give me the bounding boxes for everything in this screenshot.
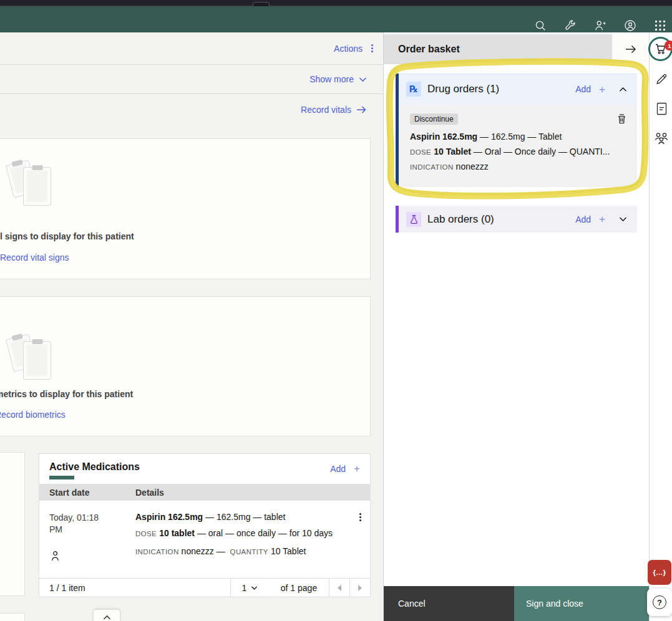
drug-orders-header: ℞ Drug orders (1) Add + (399, 74, 637, 104)
search-icon[interactable] (534, 19, 547, 32)
siderail: 1 {...} ? (649, 32, 672, 621)
cancel-button[interactable]: Cancel (384, 586, 514, 621)
record-vital-signs-link[interactable]: Record vital signs (0, 253, 69, 262)
next-page-button[interactable] (349, 579, 370, 597)
sign-and-close-button[interactable]: Sign and close (514, 586, 650, 621)
card-accent-bar (49, 476, 74, 479)
record-vitals-link[interactable]: Record vitals (301, 105, 351, 115)
cart-count-badge: 1 (665, 41, 672, 51)
rx-icon: ℞ (406, 82, 421, 97)
clipboard-illustration (8, 156, 58, 212)
table-pagination: 1 / 1 item 1 of 1 page (39, 578, 370, 597)
vitals-empty-message: l signs to display for this patient (0, 231, 134, 241)
patient-summary-column: Actions Show more Record vitals l signs … (0, 32, 383, 621)
care-team-icon[interactable] (653, 130, 670, 148)
row-overflow-menu-icon[interactable] (358, 512, 363, 522)
clipboard-illustration (8, 330, 58, 386)
vitals-empty-card: l signs to display for this patient Reco… (0, 138, 371, 279)
document-icon[interactable] (655, 102, 668, 118)
help-button[interactable]: ? (647, 589, 672, 616)
biometrics-empty-card: metrics to display for this patient Reco… (0, 296, 371, 436)
record-biometrics-link[interactable]: Record biometrics (0, 410, 66, 420)
pagination-items-count: 1 / 1 item (39, 583, 230, 593)
dev-code-button[interactable]: {...} (648, 560, 671, 585)
actions-button[interactable]: Actions (334, 44, 363, 54)
lab-flask-icon (406, 212, 421, 227)
actions-kebab-icon[interactable] (370, 43, 374, 54)
medication-details-cell: Aspirin 162.5mg — 162.5mg — tablet DOSE1… (135, 501, 348, 578)
order-basket-cart-icon[interactable]: 1 (648, 37, 672, 61)
order-action-tag: Discontinue (410, 113, 458, 125)
lab-orders-title: Lab orders (0) (427, 213, 575, 226)
add-lab-order-button[interactable]: Add + (575, 214, 605, 224)
page-number-select[interactable]: 1 (230, 579, 269, 597)
order-basket-panel: Order basket ℞ Drug orders (1) Add + Dis… (383, 32, 649, 621)
add-medication-button[interactable]: Add + (330, 463, 360, 474)
active-medications-card: Active Medications Add + Start date Deta… (39, 453, 371, 597)
person-icon (51, 551, 135, 564)
clipped-bottom-card (0, 613, 25, 621)
add-user-icon[interactable] (594, 19, 606, 32)
biometrics-empty-message: metrics to display for this patient (0, 389, 133, 399)
order-basket-header: Order basket (384, 34, 612, 64)
tools-icon[interactable] (564, 19, 577, 32)
chevron-up-icon[interactable] (619, 87, 627, 92)
column-start-date: Start date (39, 488, 135, 498)
add-drug-order-button[interactable]: Add + (575, 84, 605, 95)
app-switcher-icon[interactable] (654, 19, 666, 32)
plus-icon: + (354, 463, 360, 474)
chevron-down-icon[interactable] (619, 216, 627, 222)
plus-icon: + (599, 214, 605, 224)
drug-orders-section: ℞ Drug orders (1) Add + Discontinue Aspi… (396, 74, 637, 187)
delete-order-icon[interactable] (616, 113, 627, 127)
show-more-button[interactable]: Show more (309, 74, 354, 84)
app-header-bar (0, 6, 672, 32)
order-basket-title: Order basket (398, 44, 460, 55)
clipped-side-card (0, 452, 25, 596)
pagination-page-text: of 1 page (269, 579, 329, 597)
question-icon: ? (653, 595, 666, 609)
drug-orders-title: Drug orders (1) (427, 83, 575, 95)
start-date-cell: Today, 01:18 PM (39, 501, 135, 578)
lab-orders-section: Lab orders (0) Add + (396, 206, 637, 233)
collapse-panel-button[interactable] (612, 34, 650, 64)
arrow-right-icon (625, 44, 637, 54)
arrow-right-icon[interactable] (356, 105, 367, 114)
column-details: Details (135, 488, 164, 498)
drug-order-item: Discontinue Aspirin 162.5mg — 162.5mg — … (399, 104, 637, 187)
actions-band: Actions (0, 32, 383, 65)
show-more-band: Show more (0, 65, 383, 94)
edit-note-icon[interactable] (654, 72, 669, 89)
medications-table-header: Start date Details (39, 484, 370, 501)
expand-panel-button[interactable] (94, 610, 120, 621)
user-avatar-icon[interactable] (624, 19, 636, 32)
plus-icon: + (599, 84, 605, 95)
browser-strip (0, 0, 672, 6)
record-vitals-band: Record vitals (0, 94, 383, 125)
active-medications-title: Active Medications (49, 461, 140, 473)
table-row: Today, 01:18 PM Aspirin 162.5mg — 162.5m… (39, 501, 370, 578)
chevron-down-icon[interactable] (359, 77, 367, 82)
previous-page-button[interactable] (329, 579, 349, 597)
lab-orders-header: Lab orders (0) Add + (399, 206, 637, 233)
